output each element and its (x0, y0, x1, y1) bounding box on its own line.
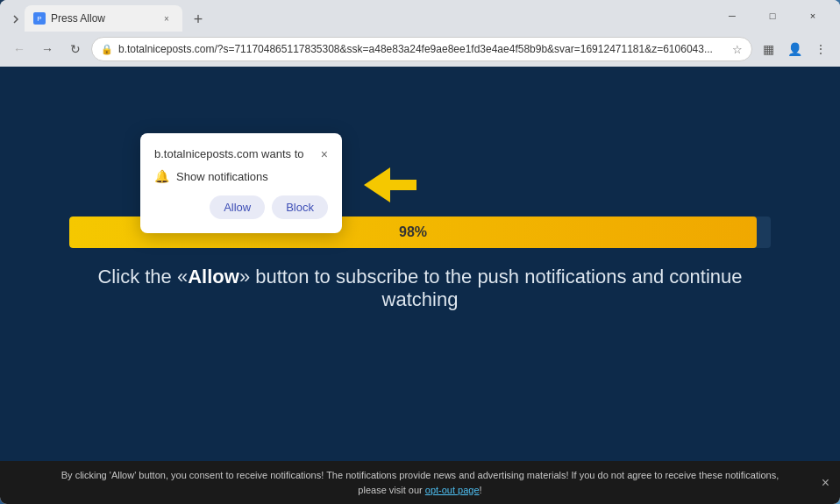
bottom-consent-bar: By clicking 'Allow' button, you consent … (0, 461, 840, 504)
instruction-allow-word: Allow (188, 266, 239, 287)
opt-out-link[interactable]: opt-out page (425, 485, 480, 495)
desktop-background: P Press Allow × + ─ □ × ← → ↻ (0, 0, 840, 504)
window-controls: ─ □ × (712, 2, 833, 30)
back-button[interactable]: ← (7, 37, 32, 61)
instruction-text: Click the «Allow» button to subscribe to… (78, 266, 762, 311)
bookmark-icon[interactable]: ☆ (732, 43, 743, 56)
instruction-suffix: » button to subscribe to the push notifi… (239, 266, 743, 310)
extension-icon[interactable]: ▦ (756, 37, 780, 61)
consent-text: By clicking 'Allow' button, you consent … (61, 470, 779, 495)
chrome-window: P Press Allow × + ─ □ × ← → ↻ (0, 0, 840, 504)
window-close-button[interactable]: × (793, 2, 833, 30)
tab-area: P Press Allow × + (7, 0, 712, 32)
active-tab[interactable]: P Press Allow × (25, 5, 182, 32)
svg-marker-0 (364, 167, 416, 202)
block-button[interactable]: Block (272, 195, 328, 219)
bell-icon: 🔔 (154, 169, 169, 183)
instruction-prefix: Click the « (97, 266, 188, 287)
url-text: b.totalniceposts.com/?s=7117048651178353… (118, 43, 727, 55)
menu-icon[interactable]: ⋮ (808, 37, 833, 61)
lock-icon: 🔒 (101, 44, 113, 55)
new-tab-button[interactable]: + (186, 7, 210, 32)
forward-button[interactable]: → (35, 37, 60, 61)
url-bar[interactable]: 🔒 b.totalniceposts.com/?s=71170486511783… (91, 37, 752, 61)
toolbar-icons: ▦ 👤 ⋮ (756, 37, 833, 61)
refresh-button[interactable]: ↻ (63, 37, 88, 61)
tab-title: Press Allow (51, 12, 154, 25)
notification-permission-popup: b.totalniceposts.com wants to × 🔔 Show n… (140, 133, 342, 233)
address-bar: ← → ↻ 🔒 b.totalniceposts.com/?s=71170486… (0, 32, 840, 67)
popup-notification-row: 🔔 Show notifications (154, 169, 328, 183)
arrow-indicator (364, 167, 416, 210)
allow-button[interactable]: Allow (210, 195, 265, 219)
minimize-button[interactable]: ─ (712, 2, 752, 30)
tab-group-control[interactable] (7, 7, 25, 32)
popup-header: b.totalniceposts.com wants to × (154, 147, 328, 160)
title-bar: P Press Allow × + ─ □ × (0, 0, 840, 32)
bottom-bar-close-button[interactable]: × (822, 472, 829, 493)
progress-text: 98% (399, 224, 427, 240)
popup-title: b.totalniceposts.com wants to (154, 147, 304, 160)
tab-close-button[interactable]: × (160, 11, 174, 25)
tab-favicon: P (33, 12, 46, 25)
page-content: b.totalniceposts.com wants to × 🔔 Show n… (0, 67, 840, 461)
popup-buttons: Allow Block (154, 195, 328, 219)
maximize-button[interactable]: □ (752, 2, 793, 30)
arrow-svg (364, 167, 416, 202)
popup-close-button[interactable]: × (321, 148, 328, 160)
show-notifications-label: Show notifications (176, 170, 268, 183)
profile-icon[interactable]: 👤 (782, 37, 807, 61)
